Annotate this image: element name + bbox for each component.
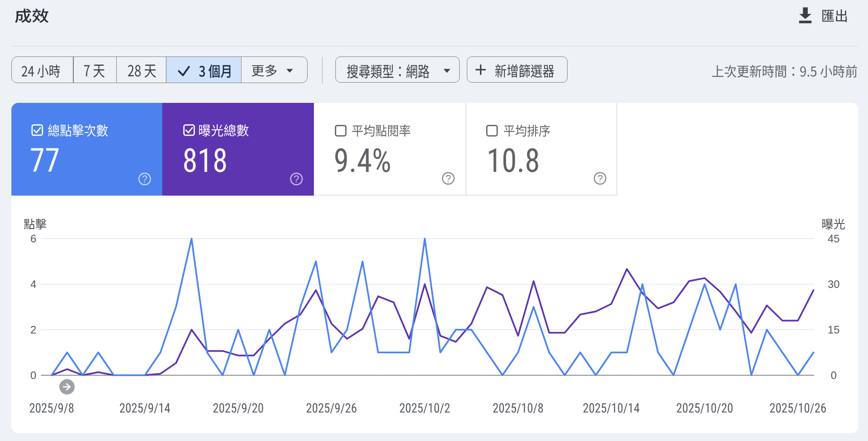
svg-text:?: ? (294, 173, 299, 185)
svg-text:?: ? (142, 173, 147, 185)
svg-text:?: ? (445, 173, 451, 184)
svg-text:?: ? (597, 173, 603, 184)
